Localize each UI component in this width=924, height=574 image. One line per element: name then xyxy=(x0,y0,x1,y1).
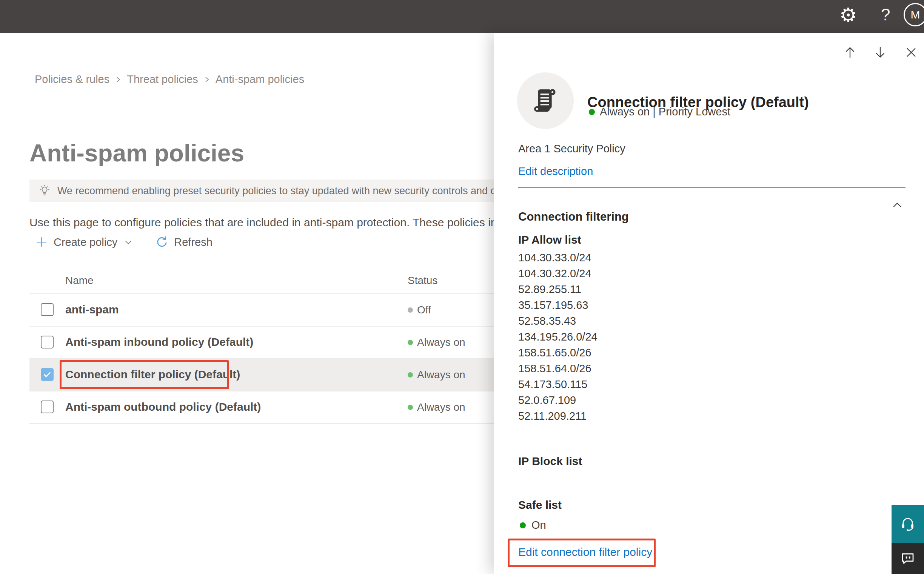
breadcrumb: Policies & rules Threat policies Anti-sp… xyxy=(35,73,304,86)
policy-table: Name Status anti-spam Off Anti-spam inbo… xyxy=(29,268,494,424)
status-dot xyxy=(589,109,595,115)
policy-icon-circle xyxy=(517,73,574,129)
table-row-selected[interactable]: Connection filter policy (Default) Alway… xyxy=(29,359,494,391)
support-button[interactable] xyxy=(892,505,924,543)
policy-name: Connection filter policy (Default) xyxy=(65,368,240,381)
edit-description-link[interactable]: Edit description xyxy=(518,165,593,178)
ip-allow-list: 104.30.33.0/24 104.30.32.0/24 52.89.255.… xyxy=(518,250,598,424)
scroll-policy-icon xyxy=(530,86,560,116)
row-checkbox[interactable] xyxy=(41,401,54,413)
headset-icon xyxy=(899,515,916,533)
row-checkbox[interactable] xyxy=(41,303,54,316)
close-icon[interactable] xyxy=(902,44,920,61)
arrow-up-icon xyxy=(842,45,858,60)
row-checkbox[interactable] xyxy=(41,336,54,348)
ip-address-item: 104.30.32.0/24 xyxy=(518,265,598,281)
breadcrumb-policies-rules[interactable]: Policies & rules xyxy=(35,73,109,86)
status-dot xyxy=(520,522,526,528)
feedback-chat-icon xyxy=(900,550,916,566)
check-icon xyxy=(42,370,52,379)
ip-address-item: 35.157.195.63 xyxy=(518,297,598,313)
safe-list-status-label: On xyxy=(532,519,546,531)
avatar[interactable]: M xyxy=(903,3,924,27)
status-dot xyxy=(408,308,413,313)
avatar-initial: M xyxy=(911,8,920,21)
status-label: Always on xyxy=(417,369,465,381)
row-checkbox[interactable] xyxy=(41,368,54,381)
status-badge: Always on xyxy=(408,326,465,358)
plus-icon xyxy=(35,235,48,249)
arrow-down-icon xyxy=(873,45,888,60)
page-title: Anti-spam policies xyxy=(29,139,244,167)
status-label: Off xyxy=(417,304,431,316)
edit-connection-filter-policy-link[interactable]: Edit connection filter policy xyxy=(518,546,652,558)
policy-name: anti-spam xyxy=(65,303,119,316)
settings-gear-icon[interactable]: ⚙ xyxy=(839,3,857,27)
refresh-icon xyxy=(155,235,169,249)
policy-details-flyout: Connection filter policy (Default) Alway… xyxy=(494,33,924,574)
column-header-status[interactable]: Status xyxy=(408,274,437,287)
banner-text: We recommend enabling preset security po… xyxy=(57,185,551,197)
refresh-label: Refresh xyxy=(174,236,212,249)
status-label: Always on xyxy=(417,336,465,348)
safe-list-label: Safe list xyxy=(518,498,562,511)
toolbar: Create policy Refresh xyxy=(29,232,212,252)
table-row[interactable]: anti-spam Off xyxy=(29,294,494,326)
ip-address-item: 52.58.35.43 xyxy=(518,313,598,329)
column-header-name[interactable]: Name xyxy=(65,274,93,287)
create-policy-label: Create policy xyxy=(54,236,117,249)
status-dot xyxy=(408,405,413,410)
ip-allow-list-label: IP Allow list xyxy=(518,233,581,246)
table-row[interactable]: Anti-spam inbound policy (Default) Alway… xyxy=(29,326,494,359)
ip-address-item: 134.195.26.0/24 xyxy=(518,329,598,345)
divider xyxy=(518,187,905,188)
topbar: ⚙ ? M xyxy=(0,0,924,33)
ip-address-item: 54.173.50.115 xyxy=(518,376,598,392)
policy-description: Area 1 Security Policy xyxy=(518,143,625,155)
status-label: Always on xyxy=(417,401,465,413)
breadcrumb-anti-spam-policies[interactable]: Anti-spam policies xyxy=(215,73,304,86)
chevron-down-icon xyxy=(123,237,134,248)
ip-block-list-label: IP Block list xyxy=(518,455,582,468)
status-dot xyxy=(408,340,413,345)
feedback-button[interactable] xyxy=(892,543,924,574)
table-header: Name Status xyxy=(29,268,494,294)
ip-address-item: 52.11.209.211 xyxy=(518,408,598,424)
status-priority-label: Always on | Priority Lowest xyxy=(600,106,730,118)
help-icon[interactable]: ? xyxy=(881,4,890,26)
status-badge: Off xyxy=(408,294,431,326)
lightbulb-icon xyxy=(38,184,51,198)
ip-address-item: 104.30.33.0/24 xyxy=(518,250,598,265)
table-row[interactable]: Anti-spam outbound policy (Default) Alwa… xyxy=(29,391,494,424)
ip-address-item: 52.89.255.11 xyxy=(518,281,598,297)
chevron-right-icon xyxy=(115,75,121,84)
status-badge: Always on xyxy=(408,359,465,391)
ip-address-item: 52.0.67.109 xyxy=(518,392,598,408)
create-policy-button[interactable]: Create policy xyxy=(35,235,134,249)
section-connection-filtering[interactable]: Connection filtering xyxy=(518,210,629,224)
breadcrumb-threat-policies[interactable]: Threat policies xyxy=(127,73,198,86)
chevron-up-icon[interactable] xyxy=(891,199,904,213)
safe-list-status: On xyxy=(520,519,546,531)
page-description: Use this page to configure policies that… xyxy=(29,216,524,229)
flyout-status-line: Always on | Priority Lowest xyxy=(589,106,730,118)
close-x-icon xyxy=(904,45,918,60)
status-dot xyxy=(408,372,413,377)
next-item-button[interactable] xyxy=(872,44,889,61)
chevron-right-icon xyxy=(204,75,209,84)
ip-address-item: 158.51.65.0/26 xyxy=(518,345,598,361)
previous-item-button[interactable] xyxy=(841,44,859,61)
status-badge: Always on xyxy=(408,391,465,423)
ip-address-item: 158.51.64.0/26 xyxy=(518,361,598,376)
refresh-button[interactable]: Refresh xyxy=(155,235,212,249)
policy-name: Anti-spam inbound policy (Default) xyxy=(65,336,253,348)
policy-name: Anti-spam outbound policy (Default) xyxy=(65,401,261,413)
